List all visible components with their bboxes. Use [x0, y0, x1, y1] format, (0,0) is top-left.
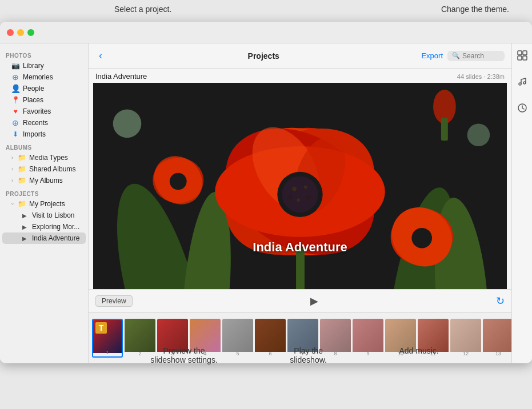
sidebar-item-shared-albums[interactable]: › 📁 Shared Albums	[2, 163, 86, 175]
sidebar-item-memories[interactable]: ⊕ Memories	[2, 71, 86, 83]
thumb-9[interactable]: 9	[353, 319, 383, 358]
thumb-1[interactable]: T 1	[92, 319, 123, 358]
my-projects-label: My Projects	[29, 200, 65, 208]
thumb-10[interactable]: 10	[385, 319, 416, 358]
thumb-num-8: 8	[334, 351, 337, 356]
sidebar-item-media-types[interactable]: › 📁 Media Types	[2, 152, 86, 163]
thumb-num-6: 6	[269, 351, 271, 356]
thumb-num-2: 2	[138, 351, 141, 356]
right-panel: ‹ Projects Export 🔍 India Adventure 44 s…	[89, 43, 511, 363]
export-button[interactable]: Export	[421, 51, 443, 60]
shuffle-button[interactable]: ↻	[496, 295, 505, 307]
theme-icon[interactable]	[515, 48, 530, 65]
svg-point-16	[292, 186, 297, 191]
toolbar-title: Projects	[110, 51, 417, 61]
people-label: People	[23, 85, 44, 93]
project-title: India Adventure	[95, 72, 147, 81]
svg-point-34	[519, 83, 521, 85]
thumb-num-3: 3	[171, 351, 174, 356]
main-image-area: India Adventure	[93, 83, 507, 289]
svg-point-35	[523, 82, 526, 84]
imports-icon: ⬇	[11, 130, 19, 138]
thumbnail-strip: T 1 2 3 4	[89, 312, 511, 363]
thumb-7[interactable]: 7	[287, 319, 318, 358]
thumb-2[interactable]: 2	[125, 319, 155, 358]
favorites-icon: ♥	[11, 107, 19, 115]
shared-albums-icon: 📁	[18, 165, 26, 173]
india-adventure-label: India Adventure	[32, 234, 79, 242]
thumb-6[interactable]: 6	[255, 319, 286, 358]
projects-section-label: Projects	[0, 186, 88, 198]
title-slide-icon: T	[95, 322, 107, 334]
sidebar-item-visit-to-lisbon[interactable]: ▶ Visit to Lisbon	[2, 210, 86, 221]
sidebar-item-exploring-mor[interactable]: ▶ Exploring Mor...	[2, 221, 86, 232]
search-input[interactable]	[462, 52, 502, 60]
svg-rect-30	[518, 51, 522, 55]
sidebar: Photos 📷 Library ⊕ Memories 👤 People 📍 P…	[0, 43, 89, 363]
albums-section-label: Albums	[0, 140, 88, 152]
svg-rect-31	[523, 51, 527, 55]
thumb-3[interactable]: 3	[157, 319, 188, 358]
minimize-button[interactable]	[17, 29, 24, 36]
my-albums-icon: 📁	[18, 177, 26, 185]
traffic-lights	[7, 29, 34, 36]
sidebar-item-places[interactable]: 📍 Places	[2, 94, 86, 106]
svg-point-20	[289, 195, 292, 199]
right-sidebar	[511, 43, 532, 363]
recents-label: Recents	[23, 119, 48, 127]
my-albums-label: My Albums	[29, 177, 63, 185]
sidebar-item-my-albums[interactable]: › 📁 My Albums	[2, 175, 86, 186]
thumb-5[interactable]: 5	[222, 319, 253, 358]
svg-point-24	[411, 228, 432, 248]
favorites-label: Favorites	[23, 107, 51, 115]
thumb-num-5: 5	[236, 351, 239, 356]
search-icon: 🔍	[452, 52, 460, 59]
thumb-4[interactable]: 4	[190, 319, 221, 358]
people-icon: 👤	[11, 85, 19, 93]
sidebar-item-library[interactable]: 📷 Library	[2, 60, 86, 71]
image-title-overlay: India Adventure	[253, 240, 347, 255]
svg-rect-32	[518, 56, 522, 60]
thumb-12[interactable]: 12	[450, 319, 481, 358]
svg-point-17	[304, 186, 307, 189]
library-icon: 📷	[11, 62, 19, 70]
my-albums-arrow: ›	[11, 178, 13, 183]
visit-lisbon-icon: ▶	[21, 211, 29, 219]
photos-section-label: Photos	[0, 48, 88, 60]
svg-point-6	[467, 123, 490, 146]
thumb-8[interactable]: 8	[320, 319, 351, 358]
svg-point-15	[282, 177, 318, 212]
project-meta: 44 slides · 2:38m	[457, 73, 505, 80]
sidebar-item-favorites[interactable]: ♥ Favorites	[2, 106, 86, 117]
back-button[interactable]: ‹	[95, 49, 106, 63]
india-adventure-icon: ▶	[21, 234, 29, 242]
close-button[interactable]	[7, 29, 14, 36]
thumb-11[interactable]: 11	[418, 319, 449, 358]
thumb-num-9: 9	[366, 351, 369, 356]
sidebar-item-imports[interactable]: ⬇ Imports	[2, 129, 86, 140]
preview-button[interactable]: Preview	[95, 295, 133, 307]
sidebar-item-my-projects[interactable]: › 📁 My Projects	[2, 198, 86, 210]
search-box[interactable]: 🔍	[447, 51, 505, 61]
duration-icon[interactable]	[515, 101, 530, 118]
shared-albums-label: Shared Albums	[29, 165, 75, 173]
thumb-num-4: 4	[203, 351, 206, 356]
memories-label: Memories	[23, 73, 53, 81]
sidebar-item-india-adventure[interactable]: ▶ India Adventure	[2, 232, 86, 244]
visit-lisbon-label: Visit to Lisbon	[32, 211, 75, 219]
music-icon[interactable]	[515, 74, 530, 91]
sidebar-item-recents[interactable]: ⊕ Recents	[2, 117, 86, 129]
maximize-button[interactable]	[27, 29, 34, 36]
sidebar-item-people[interactable]: 👤 People	[2, 83, 86, 94]
shared-albums-arrow: ›	[11, 166, 13, 172]
exploring-label: Exploring Mor...	[32, 223, 79, 231]
thumb-13[interactable]: 13	[483, 319, 511, 358]
thumb-num-11: 11	[430, 351, 436, 356]
play-button[interactable]: ▶	[310, 295, 318, 307]
main-image-svg	[93, 83, 507, 289]
project-header: India Adventure 44 slides · 2:38m	[89, 69, 511, 83]
controls-bar: Preview ▶ ↻	[89, 289, 511, 312]
media-types-icon: 📁	[18, 154, 26, 162]
library-label: Library	[23, 62, 44, 70]
my-projects-icon: 📁	[18, 200, 26, 208]
